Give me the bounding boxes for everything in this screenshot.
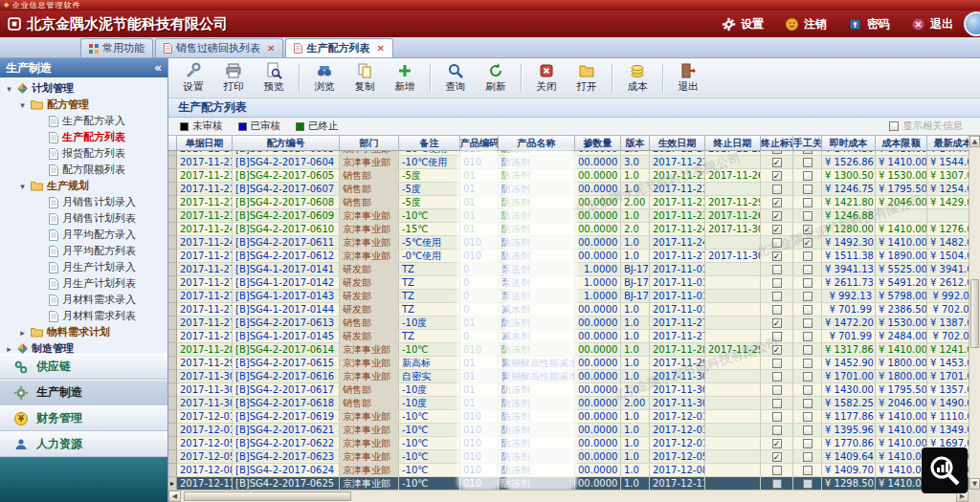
sidebar-item-生产配方录入[interactable]: 生产配方录入 [0, 113, 167, 129]
manual-close-checkbox[interactable] [803, 292, 813, 301]
terminate-flag-checkbox[interactable]: ✓ [772, 225, 782, 234]
tab-close-icon[interactable]: ✕ [267, 43, 275, 54]
terminate-flag-checkbox[interactable] [772, 305, 782, 315]
header-action-注销[interactable]: 注销 [785, 16, 827, 33]
sidebar-item-配方管理[interactable]: ▾配方管理 [0, 97, 167, 113]
header-action-设置[interactable]: 设置 [722, 16, 764, 33]
toolbar-button-成本[interactable]: 成本 [618, 60, 657, 97]
toolbar-button-查询[interactable]: 查询 [436, 60, 475, 97]
module-button-供应链[interactable]: 供应链 [0, 354, 167, 380]
terminate-flag-checkbox[interactable] [772, 466, 782, 475]
toolbar-button-复制[interactable]: 复制 [345, 60, 384, 97]
column-header-单据日期[interactable]: 单据日期 [177, 136, 233, 151]
column-header-掺数量[interactable]: 掺数量 [575, 136, 621, 151]
table-row[interactable]: 2017-11-21[B]SG4-2-2017-0608销售部-5度01防冻剂0… [168, 196, 980, 209]
scroll-left-icon[interactable]: ◀ [168, 491, 181, 502]
terminate-flag-checkbox[interactable] [772, 385, 782, 395]
manual-close-checkbox[interactable] [803, 479, 813, 489]
column-header-手工关闭[interactable]: 手工关闭 [793, 136, 822, 151]
sidebar-item-生产配方列表[interactable]: 生产配方列表 [0, 129, 167, 145]
terminate-flag-checkbox[interactable] [772, 372, 782, 382]
terminate-flag-checkbox[interactable]: ✓ [772, 318, 782, 328]
manual-close-checkbox[interactable] [803, 332, 813, 341]
toolbar-button-打印[interactable]: 打印 [214, 60, 253, 97]
tab-销售过磅回执列表[interactable]: 销售过磅回执列表✕ [155, 38, 283, 57]
terminate-flag-checkbox[interactable]: ✓ [772, 251, 782, 261]
terminate-flag-checkbox[interactable] [772, 265, 782, 274]
manual-close-checkbox[interactable] [803, 251, 813, 261]
manual-close-checkbox[interactable] [803, 211, 813, 221]
terminate-flag-checkbox[interactable] [772, 292, 782, 301]
sidebar-item-配方限额列表[interactable]: 配方限额列表 [0, 162, 167, 178]
module-button-人力资源[interactable]: 人力资源 [0, 431, 167, 457]
sidebar-item-月销售计划录入[interactable]: 月销售计划录入 [0, 194, 167, 210]
horizontal-scrollbar[interactable]: ◀ ▶ [168, 490, 969, 502]
table-row[interactable]: 2017-11-27[B]SG4-2-2017-0613销售部-10度01防冻剂… [168, 316, 980, 330]
manual-close-checkbox[interactable] [803, 439, 813, 448]
sidebar-item-月平均配方录入[interactable]: 月平均配方录入 [0, 227, 167, 243]
sidebar-item-制造管理[interactable]: ▸制造管理 [0, 340, 167, 354]
header-action-退出[interactable]: 退出 [911, 16, 953, 33]
show-related-checkbox[interactable] [889, 121, 899, 131]
column-header-产品编码[interactable]: 产品编码 [460, 136, 499, 151]
terminate-flag-checkbox[interactable] [772, 332, 782, 341]
table-row[interactable]: 2017-11-21[B]SG4-2-2017-0609京津事业部-10℃01防… [168, 209, 980, 223]
vertical-scrollbar[interactable]: ▲ ▼ [969, 136, 980, 490]
tab-生产配方列表[interactable]: 生产配方列表✕ [285, 38, 392, 57]
toolbar-button-关闭[interactable]: 关闭 [527, 60, 566, 97]
manual-close-checkbox[interactable] [803, 452, 813, 462]
column-header-终止日期[interactable]: 终止日期 [705, 136, 761, 151]
toolbar-button-设置[interactable]: 设置 [174, 60, 212, 97]
toolbar-button-预览[interactable]: 预览 [255, 60, 293, 97]
manual-close-checkbox[interactable] [803, 318, 813, 328]
manual-close-checkbox[interactable] [803, 412, 813, 422]
table-row[interactable]: 2017-11-27[B]SG4-2-2017-0612京津事业部-0℃使用01… [168, 250, 980, 263]
manual-close-checkbox[interactable] [803, 158, 813, 167]
sidebar-caption[interactable]: 生产制造 « [0, 58, 167, 77]
toolbar-button-浏览[interactable]: 浏览 [305, 60, 344, 97]
sidebar-item-月生产计划列表[interactable]: 月生产计划列表 [0, 275, 167, 292]
manual-close-checkbox[interactable]: ✓ [803, 238, 813, 248]
sidebar-item-月材料需求录入[interactable]: 月材料需求录入 [0, 292, 167, 308]
terminate-flag-checkbox[interactable] [772, 278, 782, 288]
sidebar-item-月生产计划录入[interactable]: 月生产计划录入 [0, 259, 167, 275]
table-row[interactable]: 2017-12-08[B]SG4-2-2017-0624京津事业部-10℃010… [168, 464, 980, 477]
terminate-flag-checkbox[interactable] [772, 185, 782, 194]
column-header-配方编号[interactable]: 配方编号 [233, 136, 340, 151]
module-button-财务管理[interactable]: ¥财务管理 [0, 405, 167, 431]
manual-close-checkbox[interactable] [803, 345, 813, 355]
column-header-部门[interactable]: 部门 [340, 136, 399, 151]
sidebar-item-物料需求计划[interactable]: ▸物料需求计划 [0, 324, 167, 340]
toolbar-button-打开[interactable]: 打开 [568, 60, 606, 97]
table-row[interactable]: 2017-11-30[B]SG4-2-2017-0617销售部-10度01防冻剂… [168, 383, 980, 397]
manual-close-checkbox[interactable] [803, 151, 813, 154]
terminate-flag-checkbox[interactable] [772, 479, 782, 489]
terminate-flag-checkbox[interactable]: ✓ [772, 211, 782, 221]
manual-close-checkbox[interactable] [803, 372, 813, 382]
table-row[interactable]: 2017-11-27[B]SG4-1-2017-0144研发部TZ0减水剂00.… [168, 303, 980, 316]
table-row[interactable]: ▸2017-12-11[B]SG4-2-2017-0625京津事业部-10℃01… [168, 477, 980, 491]
sidebar-item-生产规划[interactable]: ▾生产规划 [0, 178, 167, 194]
sidebar-item-月销售计划列表[interactable]: 月销售计划列表 [0, 210, 167, 227]
sidebar-item-月材料需求列表[interactable]: 月材料需求列表 [0, 308, 167, 324]
table-row[interactable]: 2017-11-24[B]SG4-2-2017-0611京津事业部-5℃使用01… [168, 236, 980, 250]
zoom-tool-badge[interactable] [922, 447, 968, 493]
table-row[interactable]: 2017-11-27[B]SG4-1-2017-0141研发部TZ0泵送剂1.0… [168, 263, 980, 276]
table-row[interactable]: 2017-11-27[B]SG4-1-2017-0143研发部TZ0泵送剂1.0… [168, 290, 980, 303]
manual-close-checkbox[interactable] [803, 198, 813, 207]
table-row[interactable]: 2017-12-05[B]SG4-2-2017-0623京津事业部-10℃010… [168, 450, 980, 464]
terminate-flag-checkbox[interactable] [772, 238, 782, 248]
table-row[interactable]: 2017-11-28[B]SG4-2-2017-0614京津事业部-10℃010… [168, 343, 980, 357]
terminate-flag-checkbox[interactable] [772, 359, 782, 368]
manual-close-checkbox[interactable] [803, 399, 813, 408]
toolbar-button-刷新[interactable]: 刷新 [477, 60, 515, 97]
terminate-flag-checkbox[interactable]: ✓ [772, 452, 782, 462]
table-row[interactable]: 2017-11-30[B]SG4-2-2017-0618销售部-10度01防冻剂… [168, 397, 980, 410]
table-row[interactable]: 2017-11-30[B]SG4-2-2017-0616京津事业部自密实01聚羧… [168, 370, 980, 383]
tree-collapse-icon[interactable]: ▾ [18, 100, 27, 110]
manual-close-checkbox[interactable] [803, 278, 813, 288]
table-row[interactable]: 2017-11-29[B]SG4-2-2017-0615京津事业部新高标01聚羧… [168, 357, 980, 370]
horizontal-scroll-thumb[interactable] [184, 491, 351, 501]
manual-close-checkbox[interactable] [803, 305, 813, 315]
sidebar-item-月平均配方列表[interactable]: 月平均配方列表 [0, 243, 167, 259]
